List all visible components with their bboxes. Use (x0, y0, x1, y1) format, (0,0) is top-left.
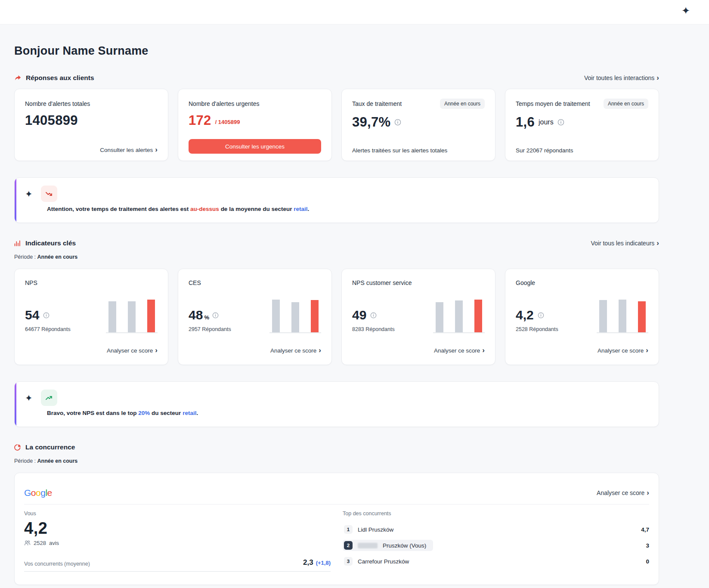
competitor-name: Lidl Pruszków (358, 526, 393, 533)
analyze-score-label: Analyser ce score (107, 347, 153, 354)
period-badge: Année en cours (440, 99, 485, 109)
competition-period: Période : Année en cours (14, 458, 659, 464)
responses-section-title: Réponses aux clients (14, 74, 94, 82)
analyze-google-competition-link[interactable]: Analyser ce score › (597, 489, 649, 497)
warning-text-prefix: Attention, votre temps de traitement des… (47, 206, 190, 212)
analyze-google-link[interactable]: Analyser ce score › (598, 347, 648, 354)
sparkle-icon: ✦ (25, 189, 33, 198)
google-title: Google (516, 279, 648, 286)
analyze-score-label: Analyser ce score (434, 347, 480, 354)
chevron-right-icon: › (155, 146, 158, 153)
total-alerts-value: 1405899 (25, 114, 78, 127)
reply-icon (14, 74, 22, 82)
your-score-panel: Vous 4,2 2528 avis Vos concurrents (moye… (24, 511, 331, 572)
competitor-row: 3 Carrefour Pruszków 0 (343, 556, 649, 567)
info-icon[interactable] (370, 312, 377, 319)
mini-bar (272, 300, 280, 332)
info-icon[interactable] (557, 119, 564, 126)
nps-cs-value: 49 (352, 309, 366, 322)
competitors-average-label: Vos concurrents (moyenne) (24, 561, 90, 567)
period-label: Période : (14, 458, 36, 464)
competitor-name: Pruszków (Vous) (383, 542, 426, 549)
ces-respondents: 2957 Répondants (189, 326, 231, 332)
see-all-indicators-label: Voir tous les indicateurs (591, 240, 654, 247)
ces-mini-bar-chart (269, 299, 321, 333)
people-icon (24, 540, 31, 546)
competitors-average-delta: (+1,8) (316, 560, 331, 566)
google-logo-letter: o (36, 488, 40, 498)
sector-link[interactable]: retail (294, 206, 307, 212)
trend-down-icon (41, 186, 57, 202)
treatment-time-caption: Sur 22067 répondants (516, 147, 648, 154)
nps-card: NPS 54 64677 Répondants Analyser ce sco (14, 269, 168, 365)
treatment-time-unit: jours (539, 118, 554, 126)
period-badge: Année en cours (604, 99, 648, 109)
google-score-card: Google 4,2 2528 Répondants Analyser ce (505, 269, 659, 365)
success-text-suffix: . (196, 410, 198, 416)
ai-sparkle-button[interactable]: ✦ (681, 6, 690, 16)
consult-alerts-label: Consulter les alertes (100, 147, 153, 153)
rank-badge: 1 (344, 525, 353, 534)
google-competition-card: Google Analyser ce score › Vous 4,2 (14, 473, 659, 585)
mini-bar (599, 300, 607, 332)
period-label: Période : (14, 254, 36, 260)
top-competitors-panel: Top des concurrents 1 Lidl Pruszków 4,7 … (343, 511, 649, 572)
urgent-alerts-title: Nombre d'alertes urgentes (189, 100, 260, 107)
indicators-section: Indicateurs clés Voir tous les indicateu… (14, 239, 659, 365)
success-text-prefix: Bravo, votre NPS est dans le top (47, 410, 138, 416)
period-value: Année en cours (37, 254, 78, 260)
consult-urgencies-button[interactable]: Consulter les urgences (189, 139, 321, 154)
google-logo-letter: G (24, 488, 31, 498)
analyze-nps-cs-link[interactable]: Analyser ce score › (434, 347, 485, 354)
sector-link[interactable]: retail (183, 410, 196, 416)
see-all-interactions-link[interactable]: Voir toutes les interactions › (584, 74, 659, 82)
rank-badge: 2 (344, 541, 353, 550)
see-all-indicators-link[interactable]: Voir tous les indicateurs › (591, 240, 659, 247)
chevron-right-icon: › (155, 347, 158, 354)
info-icon[interactable] (212, 312, 219, 319)
ces-card: CES 48 % 2957 Répondants (178, 269, 332, 365)
info-icon[interactable] (394, 119, 401, 126)
info-icon[interactable] (538, 312, 544, 319)
see-all-interactions-label: Voir toutes les interactions (584, 74, 654, 81)
ces-value: 48 (189, 309, 203, 322)
pie-chart-icon (14, 444, 21, 451)
success-text-highlight: 20% (138, 410, 150, 416)
treatment-rate-value: 39,7% (352, 115, 390, 129)
ces-unit: % (204, 314, 209, 321)
total-alerts-title: Nombre d'alertes totales (25, 100, 90, 107)
period-value: Année en cours (37, 458, 78, 464)
warning-text-highlight: au-dessus (190, 206, 219, 212)
chevron-right-icon: › (647, 489, 649, 496)
google-respondents: 2528 Répondants (516, 326, 558, 332)
treatment-rate-title: Taux de traitement (352, 100, 402, 107)
google-value: 4,2 (516, 309, 534, 322)
analyze-nps-link[interactable]: Analyser ce score › (107, 347, 158, 354)
urgent-alerts-total: / 1405899 (215, 119, 240, 125)
nps-customer-service-card: NPS customer service 49 8283 Répondants (341, 269, 495, 365)
total-alerts-card: Nombre d'alertes totales 1405899 Consult… (14, 89, 168, 161)
chevron-right-icon: › (656, 239, 659, 247)
treatment-rate-card: Taux de traitement Année en cours 39,7% … (341, 89, 495, 161)
chevron-right-icon: › (482, 347, 485, 354)
trend-up-icon (41, 390, 57, 406)
mini-bar (128, 301, 136, 332)
treatment-rate-caption: Alertes traitées sur les alertes totales (352, 147, 485, 154)
mini-bar (291, 302, 299, 332)
google-mini-bar-chart (597, 299, 648, 333)
chevron-right-icon: › (656, 74, 659, 81)
competitor-score: 3 (646, 542, 649, 549)
indicators-period: Période : Année en cours (14, 254, 659, 260)
indicators-section-label: Indicateurs clés (25, 239, 76, 247)
info-icon[interactable] (43, 312, 50, 319)
reviews-unit: avis (49, 540, 59, 546)
consult-alerts-link[interactable]: Consulter les alertes › (100, 146, 158, 154)
ai-success-banner: ✦ Bravo, votre NPS est dans le top 20% d… (14, 381, 659, 427)
google-logo-letter: g (40, 488, 45, 498)
analyze-ces-link[interactable]: Analyser ce score › (270, 347, 321, 354)
treatment-time-title: Temps moyen de traitement (516, 100, 590, 107)
chevron-right-icon: › (646, 347, 648, 354)
analyze-score-label: Analyser ce score (270, 347, 316, 354)
google-logo-letter: o (31, 488, 36, 498)
competitors-average-row: Vos concurrents (moyenne) 2,3 (+1,8) (24, 558, 331, 572)
